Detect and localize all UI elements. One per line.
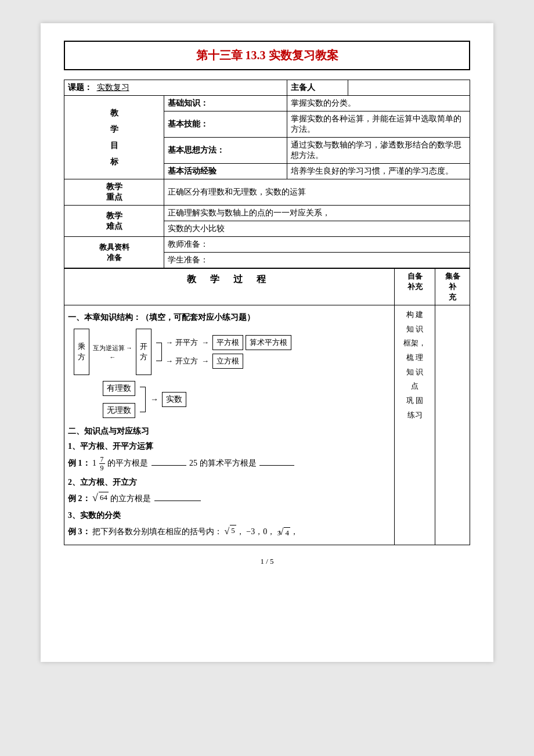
example1-text-a: 1 <box>92 459 96 467</box>
difficulty-1: 正确理解实数与数轴上的点的一一对应关系， <box>164 206 470 221</box>
example1: 例 1： 1 7 9 的平方根是 25 的算术平方根是 <box>68 455 391 473</box>
knowledge-diagram: 乘方 互为逆运算 → ← 开方 <box>74 329 385 375</box>
group-backup-content <box>435 305 470 545</box>
cube-root-box: 立方根 <box>212 354 243 369</box>
cube-root-row: → 开立方 → 立方根 <box>165 354 291 369</box>
sub-section2: 2、立方根、开立方 <box>68 477 391 488</box>
example3: 例 3： 把下列各数分别填在相应的括号内： √5， −3，0， 3√4 ， <box>68 524 391 539</box>
arithmetic-sqrt-box: 算术平方根 <box>246 335 291 350</box>
example2: 例 2： √ 64 的立方根是 <box>68 491 391 506</box>
example2-prefix: 例 2： <box>68 494 91 503</box>
cube-arrow: → <box>165 357 173 366</box>
material-2: 学生准备： <box>164 253 470 268</box>
classify-arrow: → <box>150 395 158 404</box>
topic-row: 课题： 实数复习 主备人 <box>64 80 470 96</box>
section2-title: 二、知识点与对应练习 <box>68 426 391 437</box>
topic-value: 实数复习 <box>97 83 129 92</box>
process-table: 教 学 过 程 自备 补充 集备 补 充 一、本章知识结构：（填空，可配套对应小… <box>64 268 470 545</box>
real-number-box: 实数 <box>162 392 186 407</box>
materials-label: 教具资料准备 <box>64 237 164 268</box>
thinking-content: 通过实数与数轴的学习，渗透数形结合的数学思想方法。 <box>287 138 470 164</box>
key-point-label: 教学重点 <box>64 179 164 206</box>
sqrt5: √5 <box>225 525 236 536</box>
knowledge-label: 基础知识： <box>164 96 287 111</box>
example2-sqrt: √ 64 <box>92 492 109 503</box>
section1-title: 一、本章知识结构：（填空，可配套对应小练习题） <box>68 312 391 323</box>
info-table: 课题： 实数复习 主备人 教学目标 基础知识： 掌握实数的分类。 基本技能： 掌… <box>64 80 470 268</box>
main-content: 一、本章知识结构：（填空，可配套对应小练习题） 乘方 互为逆运算 → ← <box>64 305 395 545</box>
bracket-top2 <box>140 387 146 399</box>
page-number: 1 / 5 <box>64 557 470 566</box>
key-point-content: 正确区分有理数和无理数，实数的运算 <box>164 179 470 206</box>
activity-content: 培养学生良好的学习习惯，严谨的学习态度。 <box>287 164 470 179</box>
arrow-right-label: 互为逆运算 <box>93 344 125 352</box>
topic-label: 课题： <box>68 83 92 92</box>
example1-blank1 <box>151 465 186 466</box>
self-backup-header: 自备 补充 <box>395 269 435 305</box>
number-classification-diagram: 有理数 无理数 → 实数 <box>103 381 379 418</box>
content-row: 一、本章知识结构：（填空，可配套对应小练习题） 乘方 互为逆运算 → ← <box>64 305 470 545</box>
teaching-goals-row: 教学目标 基础知识： 掌握实数的分类。 <box>64 96 470 111</box>
square-root-arrow: → <box>165 338 173 347</box>
square-root-box: 平方根 <box>212 335 243 350</box>
example3-prefix: 例 3： <box>68 527 91 536</box>
example2-blank <box>154 501 201 501</box>
square-root-branch: → 开平方 → 平方根 算术平方根 → 开立方 → <box>156 335 291 369</box>
example1-text-b: 的平方根是 <box>107 459 148 467</box>
activity-label: 基本活动经验 <box>164 164 287 179</box>
number-types: 有理数 无理数 <box>103 381 135 418</box>
rational-box: 有理数 <box>103 381 135 396</box>
example1-fraction: 7 9 <box>99 455 105 473</box>
thinking-label: 基本思想方法： <box>164 138 287 164</box>
multiplication-box: 乘方 <box>74 329 89 375</box>
example1-blank2 <box>259 465 294 466</box>
materials-row: 教具资料准备 教师准备： <box>64 237 470 253</box>
process-header: 教 学 过 程 <box>64 269 395 305</box>
page-title: 第十三章 13.3 实数复习教案 <box>64 41 470 70</box>
process-header-row: 教 学 过 程 自备 补充 集备 补 充 <box>64 269 470 305</box>
primary-label: 主备人 <box>287 80 348 96</box>
bracket-bot2 <box>140 399 146 412</box>
primary-value <box>348 80 470 96</box>
skills-label: 基本技能： <box>164 111 287 138</box>
group-backup-header: 集备 补 充 <box>435 269 470 305</box>
right-arrow2: → <box>201 338 209 347</box>
mutual-inverse-right: 互为逆运算 → <box>93 344 132 352</box>
example1-text-c: 25 的算术平方根是 <box>189 459 257 467</box>
difficulty-label: 教学难点 <box>64 206 164 237</box>
difficulty-2: 实数的大小比较 <box>164 221 470 237</box>
cbrt4: 3√4 <box>277 527 290 538</box>
goals-label: 教学目标 <box>64 96 164 179</box>
top-bracket-bot <box>156 352 162 361</box>
right-arrow3: → <box>201 357 209 366</box>
irrational-box: 无理数 <box>103 403 135 418</box>
square-root-label: 开平方 <box>175 337 198 348</box>
self-backup-content: 构 建 知 识 框架， 梳 理 知 识 点 巩 固 练习 <box>395 305 435 545</box>
document-page: 第十三章 13.3 实数复习教案 课题： 实数复习 主备人 教学目标 基础知识：… <box>41 23 493 662</box>
knowledge-content: 掌握实数的分类。 <box>287 96 470 111</box>
skills-content: 掌握实数的各种运算，并能在运算中选取简单的方法。 <box>287 111 470 138</box>
cube-root-label: 开立方 <box>175 356 198 366</box>
left-arrow: ← <box>110 354 116 361</box>
top-bracket-top <box>156 343 162 352</box>
sub-section3: 3、实数的分类 <box>68 510 391 521</box>
difficulty-row: 教学难点 正确理解实数与数轴上的点的一一对应关系， <box>64 206 470 221</box>
mutual-inverse-left: ← <box>110 354 116 361</box>
square-root-row: → 开平方 → 平方根 算术平方根 <box>165 335 291 350</box>
example2-text: 的立方根是 <box>110 494 151 503</box>
open-power-box: 开方 <box>136 329 151 375</box>
example1-prefix: 例 1： <box>68 459 91 467</box>
right-arrow: → <box>126 344 132 351</box>
example3-numbers: √5， −3，0， 3√4 ， <box>225 527 298 536</box>
key-point-row: 教学重点 正确区分有理数和无理数，实数的运算 <box>64 179 470 206</box>
material-1: 教师准备： <box>164 237 470 253</box>
sub-section1: 1、平方根、开平方运算 <box>68 441 391 452</box>
example3-text: 把下列各数分别填在相应的括号内： <box>92 527 222 536</box>
